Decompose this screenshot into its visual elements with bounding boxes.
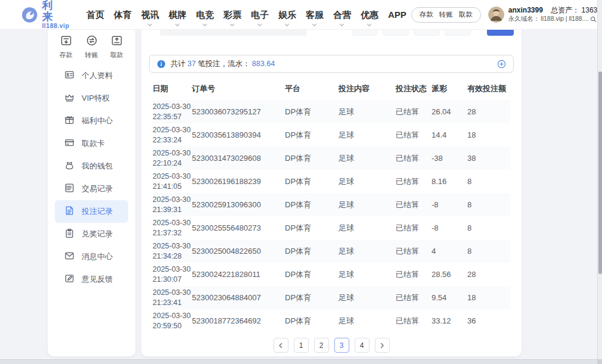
sidebar-item[interactable]: 我的钱包: [55, 155, 128, 178]
cell-bet-status: 已结算: [396, 170, 432, 193]
prev-page-button[interactable]: [274, 338, 288, 353]
date-range-input[interactable]: [160, 30, 307, 36]
quick-action-label: 转账: [85, 51, 98, 60]
wallet-pill-item[interactable]: 存款: [420, 10, 433, 19]
sidebar-item-label: 交易记录: [82, 183, 113, 194]
sidebar-item[interactable]: 取款卡: [55, 132, 128, 155]
column-header: 投注内容: [339, 77, 396, 100]
expand-plus-icon[interactable]: [497, 60, 506, 69]
summary-text: 共计 37 笔投注，流水： 883.64: [170, 59, 275, 69]
chevron-down-icon: [340, 22, 344, 26]
cell-valid-amount: 8: [467, 216, 510, 239]
nav-item[interactable]: 彩票: [219, 0, 246, 30]
cell-date: 2025-03-30 21:37:32: [153, 216, 192, 239]
main-nav: 首页 体育 视讯 棋牌 电竞 彩票: [82, 0, 411, 29]
search-button[interactable]: [487, 30, 514, 36]
page-number-button[interactable]: 3: [334, 338, 349, 353]
column-header: 有效投注额: [467, 77, 510, 100]
nav-item-label: APP: [388, 10, 406, 20]
brand-logo[interactable]: 利 来 ll188.vip: [21, 0, 71, 29]
wallet-actions-pill: 存款 转账 取款: [411, 7, 481, 23]
sidebar-item-label: VIP特权: [82, 93, 110, 104]
sidebar-item[interactable]: 福利中心: [55, 110, 128, 132]
cell-order-number: 5230025556480273: [192, 216, 285, 239]
summary-bar: 共计 37 笔投注，流水： 883.64: [149, 55, 514, 73]
filter-option-button[interactable]: [383, 30, 409, 36]
purse-icon: [64, 160, 75, 172]
page-number-button[interactable]: 4: [355, 338, 370, 353]
sidebar-item-label: 我的钱包: [82, 161, 113, 172]
sidebar-item[interactable]: 个人资料: [55, 64, 128, 87]
cell-order-number: 5230035613890394: [192, 123, 285, 147]
cell-bet-status: 已结算: [396, 100, 432, 123]
filter-option-button[interactable]: [445, 30, 471, 36]
cell-payout: 9.54: [432, 286, 467, 309]
table-row: 2025-03-30 21:39:31 5230025913096300 DP体…: [153, 193, 510, 216]
table-row: 2025-03-30 21:41:05 5230026196188239 DP体…: [153, 170, 510, 193]
cell-date: 2025-03-30 21:30:07: [153, 263, 192, 286]
nav-item-label: 首页: [86, 10, 104, 21]
sidebar-item[interactable]: 交易记录: [55, 178, 128, 200]
content-area: 存款 转账 取款 个人资料: [0, 30, 602, 359]
nav-item-label: 视讯: [141, 10, 159, 21]
vertical-scrollbar[interactable]: [597, 0, 602, 359]
cell-valid-amount: 36: [467, 309, 510, 332]
transfer-icon: [86, 35, 98, 49]
avatar[interactable]: [488, 7, 504, 23]
filter-option-button[interactable]: [414, 30, 440, 36]
quick-action[interactable]: 转账: [85, 35, 98, 60]
wallet-pill-item[interactable]: 取款: [459, 10, 473, 19]
column-header: 派彩: [432, 77, 467, 100]
cell-platform: DP体育: [285, 123, 339, 147]
cell-bet-content: 足球: [339, 123, 396, 147]
table-row: 2025-03-30 21:37:32 5230025556480273 DP体…: [153, 216, 510, 239]
turnover-value: 883.64: [252, 60, 275, 68]
page-number-button[interactable]: 2: [314, 338, 329, 353]
brand-logo-icon: [21, 6, 38, 24]
filter-option-button[interactable]: [352, 30, 378, 36]
nav-item[interactable]: 客服: [301, 0, 328, 30]
cell-bet-content: 足球: [339, 170, 396, 193]
vertical-scrollbar-thumb[interactable]: [598, 71, 602, 274]
nav-item[interactable]: 优惠: [356, 0, 383, 30]
nav-item[interactable]: 合营: [328, 0, 356, 30]
nav-item[interactable]: 视讯: [136, 0, 164, 30]
filter-bar: [149, 30, 514, 36]
cell-valid-amount: 8: [467, 170, 510, 193]
chevron-down-icon: [285, 22, 289, 26]
cell-bet-content: 足球: [339, 263, 396, 286]
cell-valid-amount: 28: [467, 263, 510, 286]
sidebar-item[interactable]: 投注记录: [55, 200, 128, 223]
user-info[interactable]: anxin3399 总资产： 1363.49元 永久域名： ll188.vip …: [488, 0, 602, 29]
clipboard-icon: [64, 228, 75, 240]
nav-item[interactable]: 体育: [109, 0, 136, 30]
sidebar-item[interactable]: VIP特权: [55, 87, 128, 110]
nav-item[interactable]: 电竞: [191, 0, 219, 30]
sidebar-item[interactable]: 兑奖记录: [55, 223, 128, 245]
quick-action[interactable]: 取款: [110, 35, 123, 60]
nav-item-label: 客服: [306, 10, 324, 21]
nav-item[interactable]: APP: [383, 0, 411, 30]
domain-label: 永久域名：: [508, 15, 540, 23]
cell-order-number: 5230025004822650: [192, 239, 285, 263]
cell-bet-status: 已结算: [396, 147, 432, 170]
scrollbar-corner: [597, 359, 602, 364]
sidebar-item[interactable]: 消息中心: [55, 245, 128, 268]
wallet-pill-item[interactable]: 转账: [439, 10, 453, 19]
sidebar-menu: 个人资料 VIP特权 福利中心 取款卡: [48, 64, 135, 291]
main-panel: 共计 37 笔投注，流水： 883.64 日期订单号平台投注内容投注状态派彩有效…: [141, 30, 522, 356]
quick-action[interactable]: 存款: [60, 35, 73, 60]
sidebar-item[interactable]: 意见反馈: [55, 268, 128, 291]
chevron-down-icon: [367, 22, 371, 26]
next-page-button[interactable]: [375, 338, 390, 353]
search-icon[interactable]: [590, 16, 597, 23]
nav-item[interactable]: 首页: [82, 0, 109, 30]
nav-item[interactable]: 娱乐: [274, 0, 301, 30]
crown-icon: [64, 92, 75, 104]
nav-item-label: 合营: [333, 10, 351, 21]
nav-item[interactable]: 电子: [246, 0, 274, 30]
page-number-button[interactable]: 1: [294, 338, 309, 353]
horizontal-scrollbar[interactable]: [0, 359, 597, 364]
nav-item[interactable]: 棋牌: [164, 0, 191, 30]
chevron-down-icon: [148, 22, 152, 26]
